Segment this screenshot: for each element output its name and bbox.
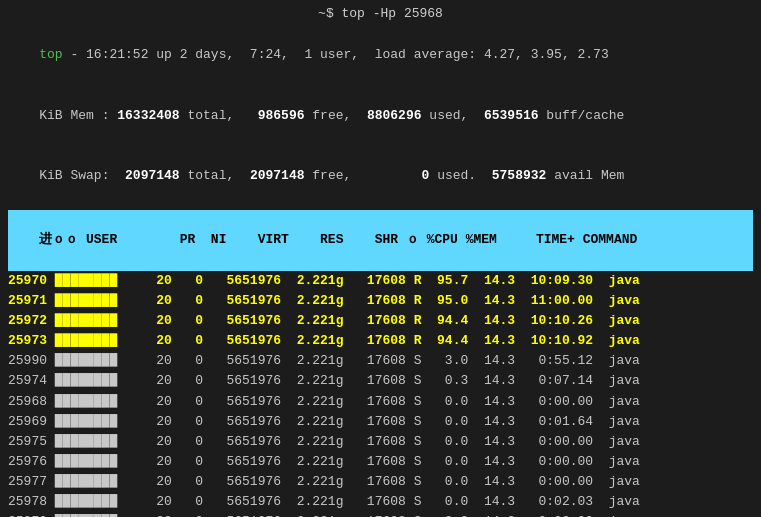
table-row: 25969 ████████ 20 0 5651976 2.221g 17608… (8, 412, 753, 432)
table-row: 25973 ████████ 20 0 5651976 2.221g 17608… (8, 331, 753, 351)
process-table-header: 进ｏｏ USER PR NI VIRT RES SHR ｏ %CPU %MEM … (8, 210, 753, 270)
table-row: 25977 ████████ 20 0 5651976 2.221g 17608… (8, 472, 753, 492)
terminal-window: ~$ top -Hp 25968 top - 16:21:52 up 2 day… (0, 0, 761, 517)
table-row: 25970 ████████ 20 0 5651976 2.221g 17608… (8, 271, 753, 291)
table-row: 25975 ████████ 20 0 5651976 2.221g 17608… (8, 432, 753, 452)
top-status-line: top - 16:21:52 up 2 days, 7:24, 1 user, … (8, 25, 753, 85)
table-row: 25968 ████████ 20 0 5651976 2.221g 17608… (8, 392, 753, 412)
terminal-title: ~$ top -Hp 25968 (318, 6, 443, 21)
table-row: 25972 ████████ 20 0 5651976 2.221g 17608… (8, 311, 753, 331)
mem-line: KiB Mem : 16332408 total, 986596 free, 8… (8, 85, 753, 145)
table-row: 25979 ████████ 20 0 5651976 2.221g 17608… (8, 512, 753, 517)
swap-line: KiB Swap: 2097148 total, 2097148 free, 0… (8, 146, 753, 206)
title-bar: ~$ top -Hp 25968 (8, 6, 753, 21)
top-time-info: - 16:21:52 up 2 days, 7:24, 1 user, load… (63, 47, 609, 62)
table-row: 25976 ████████ 20 0 5651976 2.221g 17608… (8, 452, 753, 472)
table-row: 25971 ████████ 20 0 5651976 2.221g 17608… (8, 291, 753, 311)
process-table-body: 25970 ████████ 20 0 5651976 2.221g 17608… (8, 271, 753, 517)
top-label: top (39, 47, 62, 62)
table-row: 25974 ████████ 20 0 5651976 2.221g 17608… (8, 371, 753, 391)
table-row: 25990 ████████ 20 0 5651976 2.221g 17608… (8, 351, 753, 371)
table-row: 25978 ████████ 20 0 5651976 2.221g 17608… (8, 492, 753, 512)
